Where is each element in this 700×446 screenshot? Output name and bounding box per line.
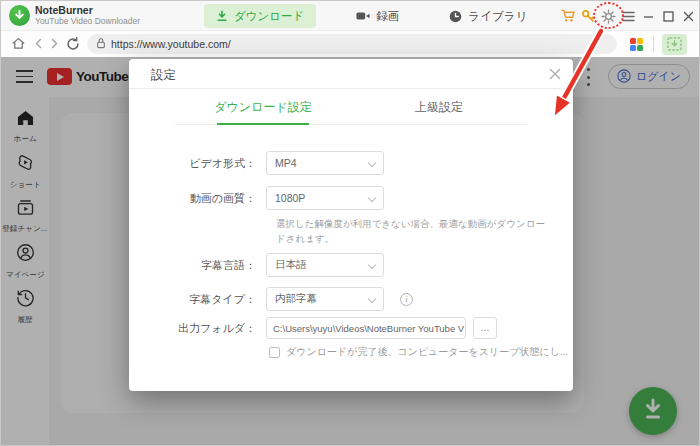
settings-tabs: ダウンロード設定 上級設定 (175, 97, 527, 125)
tab-library[interactable]: ライブラリ (437, 4, 539, 28)
tab-advanced-settings[interactable]: 上級設定 (351, 97, 527, 124)
output-folder-input[interactable]: C:\Users\yuyu\Videos\NoteBurner YouTube … (266, 317, 466, 339)
app-brand: NoteBurner YouTube Video Downloader (9, 5, 140, 26)
subtitle-type-select[interactable]: 内部字幕 (266, 287, 384, 311)
cart-icon[interactable] (558, 1, 578, 31)
video-format-label: ビデオ形式： (129, 156, 266, 171)
output-folder-label: 出力フォルダ： (129, 321, 266, 336)
tab-record-label: 録画 (376, 9, 399, 24)
dialog-title: 設定 (151, 67, 176, 84)
sleep-option-row: ダウンロードが完了後、コンピューターをスリープ状態にし... (269, 345, 568, 359)
tab-download[interactable]: ダウンロード (204, 4, 316, 28)
library-clock-icon (449, 10, 462, 23)
address-bar[interactable]: https://www.youtube.com/ (87, 34, 617, 54)
sleep-checkbox[interactable] (269, 347, 280, 358)
key-icon[interactable] (578, 1, 598, 31)
back-icon[interactable] (34, 38, 43, 49)
close-icon[interactable] (547, 66, 563, 82)
settings-dialog: 設定 ダウンロード設定 上級設定 ビデオ形式： MP4 動画の画質： (129, 59, 573, 391)
titlebar-actions (558, 1, 698, 31)
minimize-icon[interactable] (638, 1, 658, 31)
app-window: NoteBurner YouTube Video Downloader ダウンロ… (0, 0, 700, 446)
app-subtitle: YouTube Video Downloader (35, 16, 140, 26)
tab-library-label: ライブラリ (468, 9, 527, 24)
dialog-header: 設定 (129, 59, 573, 89)
quality-select[interactable]: 1080P (266, 186, 384, 210)
apps-grid-icon[interactable] (630, 38, 643, 51)
subtitle-type-label: 字幕タイプ： (129, 292, 266, 307)
sleep-checkbox-label: ダウンロードが完了後、コンピューターをスリープ状態にし... (286, 345, 568, 359)
chevron-down-icon (368, 159, 376, 167)
url-text: https://www.youtube.com/ (111, 38, 231, 50)
quality-row: 動画の画質： 1080P (129, 186, 573, 210)
tab-download-label: ダウンロード (234, 9, 304, 24)
app-name: NoteBurner (35, 5, 140, 16)
extension-download-icon[interactable] (662, 34, 687, 55)
output-folder-row: 出力フォルダ： C:\Users\yuyu\Videos\NoteBurner … (129, 317, 573, 339)
chevron-down-icon (368, 295, 376, 303)
chevron-down-icon (368, 194, 376, 202)
browser-toolbar: https://www.youtube.com/ (1, 31, 700, 57)
home-icon[interactable] (11, 36, 26, 51)
titlebar: NoteBurner YouTube Video Downloader ダウンロ… (1, 1, 700, 31)
chevron-down-icon (368, 261, 376, 269)
video-format-select[interactable]: MP4 (266, 151, 384, 175)
quality-label: 動画の画質： (129, 191, 266, 206)
download-icon (216, 10, 228, 22)
record-camera-icon (356, 10, 370, 22)
info-icon: i (400, 293, 413, 306)
tab-record[interactable]: 録画 (344, 4, 411, 28)
subtitle-language-label: 字幕言語： (129, 258, 266, 273)
tab-download-settings[interactable]: ダウンロード設定 (175, 97, 351, 124)
main-tabs: ダウンロード 録画 ライブラリ (204, 4, 539, 28)
maximize-icon[interactable] (658, 1, 678, 31)
gear-icon[interactable] (598, 1, 618, 31)
quality-note: 選択した解像度が利用できない場合、最適な動画がダウンロードされます。 (276, 217, 554, 246)
menu-icon[interactable] (618, 1, 638, 31)
subtitle-type-row: 字幕タイプ： 内部字幕 i (129, 287, 573, 311)
video-format-row: ビデオ形式： MP4 (129, 151, 573, 175)
subtitle-language-select[interactable]: 日本語 (266, 253, 384, 277)
browse-folder-button[interactable]: ... (473, 317, 497, 339)
lock-icon (96, 35, 106, 53)
noteburner-logo-icon (9, 5, 30, 26)
refresh-icon[interactable] (66, 36, 80, 51)
close-icon[interactable] (678, 1, 698, 31)
forward-icon[interactable] (50, 38, 59, 49)
toolbar-separator (653, 36, 654, 52)
subtitle-language-row: 字幕言語： 日本語 (129, 253, 573, 277)
